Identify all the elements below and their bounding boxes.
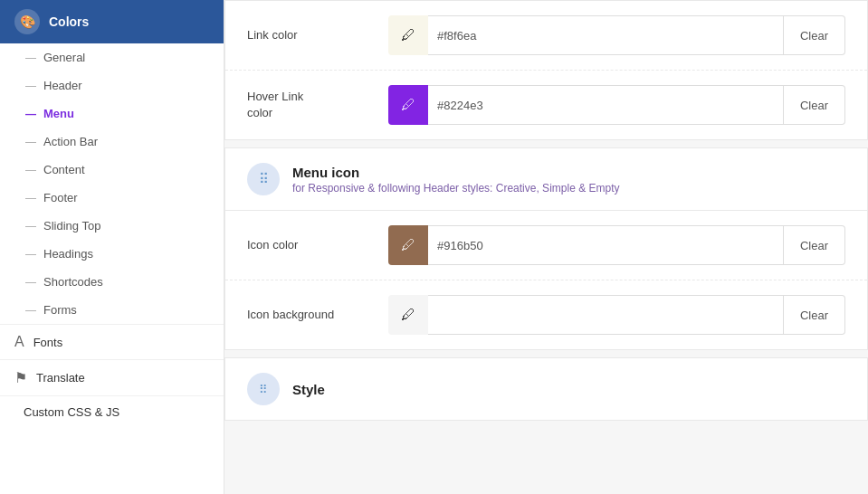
style-section-icon: ⠿ <box>247 373 280 405</box>
sidebar-item-label: Fonts <box>33 336 63 349</box>
sidebar-item-content[interactable]: —Content <box>0 156 224 184</box>
sidebar-item-label: Forms <box>43 303 77 317</box>
dropper-icon: 🖊 <box>401 27 415 43</box>
dash-icon: — <box>25 108 36 120</box>
icon-clear-button[interactable]: Clear <box>784 225 845 265</box>
hover-link-swatch-wrapper: 🖊 Clear <box>388 85 845 125</box>
sidebar: 🎨 Colors —General—Header—Menu—Action Bar… <box>0 0 224 494</box>
sidebar-item-footer[interactable]: —Footer <box>0 184 224 212</box>
sidebar-item-headings[interactable]: —Headings <box>0 240 224 268</box>
sidebar-item-sliding-top[interactable]: —Sliding Top <box>0 212 224 240</box>
sidebar-item-fonts[interactable]: AFonts <box>0 324 224 359</box>
menu-icon-header-text: Menu icon for Responsive & following Hea… <box>292 165 619 195</box>
colors-icon: 🎨 <box>14 9 40 34</box>
sidebar-item-label: Sliding Top <box>43 219 100 233</box>
hover-link-color-row: Hover Link color 🖊 Clear <box>225 71 867 139</box>
sidebar-item-label: Translate <box>36 371 85 385</box>
link-clear-button[interactable]: Clear <box>784 15 845 55</box>
style-section-header: ⠿ Style <box>225 358 867 420</box>
dropper-icon: 🖊 <box>401 97 415 113</box>
dash-icon: — <box>25 276 36 289</box>
icon-color-row: Icon color 🖊 Clear <box>225 211 867 280</box>
menu-icon-header-icon: ⠿ <box>247 163 280 195</box>
sidebar-item-label: Content <box>43 163 85 176</box>
main-items-list: AFonts⚑TranslateCustom CSS & JS <box>0 324 224 428</box>
dropper-icon: 🖊 <box>401 237 415 253</box>
dash-icon: — <box>25 52 36 64</box>
sidebar-item-label: Menu <box>43 107 74 120</box>
sidebar-item-general[interactable]: —General <box>0 43 224 71</box>
menu-icon-section: ⠿ Menu icon for Responsive & following H… <box>224 147 868 350</box>
link-color-input[interactable] <box>428 15 784 55</box>
sidebar-item-forms[interactable]: —Forms <box>0 296 224 324</box>
sidebar-item-custom-css-js[interactable]: Custom CSS & JS <box>0 395 224 428</box>
main-content: Link color 🖊 Clear Hover Link color 🖊 Cl… <box>224 0 868 494</box>
sidebar-item-colors[interactable]: 🎨 Colors <box>0 0 224 43</box>
icon-color-label: Icon color <box>247 237 374 253</box>
icon-bg-clear-button[interactable]: Clear <box>784 295 845 335</box>
icon-color-input[interactable] <box>428 225 784 265</box>
dash-icon: — <box>25 192 36 204</box>
icon-bg-input[interactable] <box>428 295 784 335</box>
link-color-swatch[interactable]: 🖊 <box>388 15 428 55</box>
link-color-label: Link color <box>247 27 374 43</box>
menu-icon-title: Menu icon <box>292 165 619 180</box>
link-color-swatch-wrapper: 🖊 Clear <box>388 15 845 55</box>
sidebar-item-label: Header <box>43 79 82 92</box>
link-color-row: Link color 🖊 Clear <box>225 1 867 71</box>
dash-icon: — <box>25 164 36 176</box>
dash-icon: — <box>25 220 36 233</box>
sidebar-item-label: Custom CSS & JS <box>24 405 119 419</box>
link-color-section: Link color 🖊 Clear Hover Link color 🖊 Cl… <box>224 0 868 140</box>
sub-items-list: —General—Header—Menu—Action Bar—Content—… <box>0 43 224 324</box>
hover-clear-button[interactable]: Clear <box>784 85 845 125</box>
dash-icon: — <box>25 136 36 148</box>
sidebar-item-label: Footer <box>43 191 78 204</box>
dropper-icon: 🖊 <box>401 307 415 323</box>
dash-icon: — <box>25 80 36 92</box>
menu-icon-header: ⠿ Menu icon for Responsive & following H… <box>225 148 867 211</box>
translate-icon: ⚑ <box>14 369 27 386</box>
icon-bg-row: Icon background 🖊 Clear <box>225 280 867 349</box>
colors-label: Colors <box>49 14 89 29</box>
sidebar-item-translate[interactable]: ⚑Translate <box>0 359 224 395</box>
sidebar-item-action-bar[interactable]: —Action Bar <box>0 128 224 156</box>
sidebar-item-header[interactable]: —Header <box>0 71 224 100</box>
hover-link-color-input[interactable] <box>428 85 784 125</box>
menu-icon-desc: for Responsive & following Header styles… <box>292 182 619 195</box>
style-title: Style <box>292 382 325 397</box>
dash-icon: — <box>25 304 36 317</box>
sidebar-item-menu[interactable]: —Menu <box>0 100 224 128</box>
icon-bg-label: Icon background <box>247 307 374 323</box>
sidebar-item-label: Action Bar <box>43 135 98 148</box>
icon-bg-swatch-wrapper: 🖊 Clear <box>388 295 845 335</box>
hover-link-color-swatch[interactable]: 🖊 <box>388 85 428 125</box>
sidebar-item-shortcodes[interactable]: —Shortcodes <box>0 268 224 296</box>
sidebar-item-label: Headings <box>43 247 93 261</box>
sidebar-item-label: Shortcodes <box>43 275 103 289</box>
hover-link-label: Hover Link color <box>247 89 374 121</box>
icon-color-swatch[interactable]: 🖊 <box>388 225 428 265</box>
icon-color-swatch-wrapper: 🖊 Clear <box>388 225 845 265</box>
icon-bg-swatch[interactable]: 🖊 <box>388 295 428 335</box>
dash-icon: — <box>25 248 36 261</box>
sidebar-item-label: General <box>43 51 85 64</box>
style-section: ⠿ Style <box>224 357 868 421</box>
fonts-icon: A <box>14 334 24 350</box>
